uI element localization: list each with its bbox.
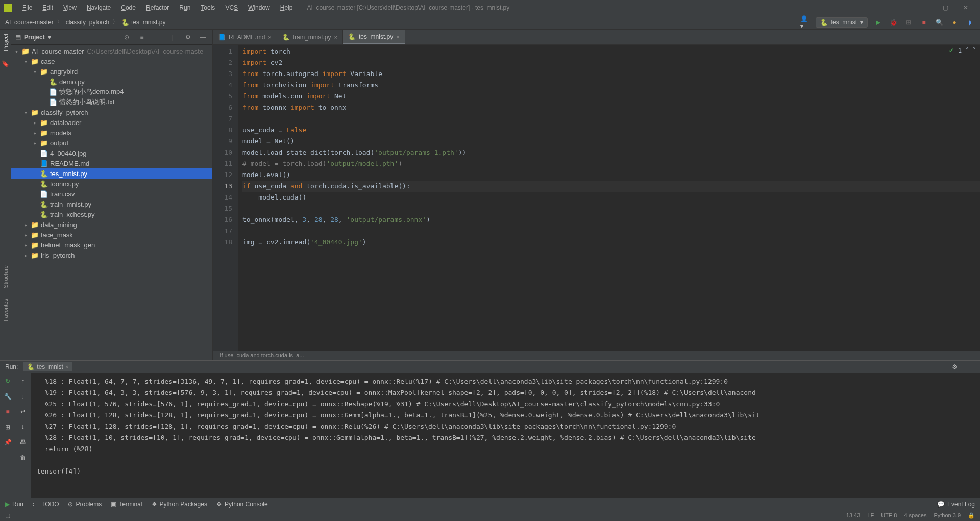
tree-row[interactable]: ▾📁angrybird — [11, 66, 212, 77]
breadcrumb-item-file[interactable]: 🐍tes_mnist.py — [121, 19, 165, 26]
menu-run[interactable]: Run — [175, 2, 194, 13]
close-button[interactable]: ✕ — [960, 4, 972, 11]
collapse-all-icon[interactable]: ≣ — [152, 32, 162, 42]
bottom-todo[interactable]: ≔TODO — [33, 501, 59, 508]
menu-navigate[interactable]: Navigate — [83, 2, 115, 13]
tree-row[interactable]: 🐍toonnx.py — [11, 179, 212, 189]
tree-row[interactable]: ▸📁face_mask — [11, 230, 212, 240]
tree-row[interactable]: ▸📁dataloader — [11, 117, 212, 128]
menu-view[interactable]: View — [59, 2, 81, 13]
chevron-up-icon[interactable]: ˄ — [966, 47, 969, 54]
close-tab-icon[interactable]: × — [65, 364, 68, 370]
tree-row[interactable]: 📘README.md — [11, 158, 212, 168]
status-menu-icon[interactable]: ▢ — [5, 512, 10, 519]
chevron-down-icon[interactable]: ▾ — [48, 34, 51, 41]
update-icon[interactable]: ● — [949, 17, 960, 28]
close-tab-icon[interactable]: × — [396, 34, 399, 40]
breadcrumb-item-root[interactable]: AI_course-master — [5, 19, 54, 26]
breadcrumb-item-folder[interactable]: classify_pytorch — [66, 19, 109, 26]
project-panel-title[interactable]: Project — [24, 34, 45, 41]
rail-favorites[interactable]: Favorites — [3, 299, 9, 321]
status-encoding[interactable]: UTF-8 — [881, 512, 897, 519]
bottom-run[interactable]: ▶Run — [5, 501, 23, 508]
tree-row[interactable]: 📄train.csv — [11, 189, 212, 199]
layout-icon[interactable]: ⊞ — [3, 422, 13, 432]
tree-row[interactable]: ▸📁models — [11, 128, 212, 138]
line-number-gutter[interactable]: 123456789101112131415161718 — [213, 45, 238, 360]
tree-row[interactable]: ▸📁iris_pytorch — [11, 250, 212, 260]
sync-icon[interactable]: ◗ — [965, 17, 975, 28]
up-icon[interactable]: ↑ — [18, 376, 28, 386]
run-configuration-selector[interactable]: 🐍 tes_mnist ▾ — [816, 17, 868, 28]
tree-row[interactable]: ▸📁output — [11, 138, 212, 148]
scroll-icon[interactable]: ⤓ — [18, 422, 28, 432]
locate-icon[interactable]: ⊙ — [121, 32, 132, 42]
hide-panel-icon[interactable]: ― — [198, 32, 208, 42]
menu-file[interactable]: File — [18, 2, 36, 13]
tree-row[interactable]: 🐍demo.py — [11, 77, 212, 87]
expand-all-icon[interactable]: ≡ — [137, 32, 147, 42]
editor-tab[interactable]: 📘README.md× — [213, 30, 277, 44]
run-button[interactable]: ▶ — [873, 17, 883, 28]
coverage-button[interactable]: ⊞ — [903, 17, 914, 28]
bottom-python-packages[interactable]: ❖Python Packages — [152, 501, 207, 508]
tree-row[interactable]: ▸📁data_mining — [11, 219, 212, 230]
lock-icon[interactable]: 🔒 — [968, 512, 975, 519]
console-output[interactable]: %18 : Float(1, 64, 7, 7, strides=[3136, … — [31, 373, 980, 498]
status-indent[interactable]: 4 spaces — [904, 512, 926, 519]
code-breadcrumb[interactable]: if use_cuda and torch.cuda.is_a... — [213, 351, 980, 360]
hide-panel-icon[interactable]: ― — [965, 362, 975, 372]
search-icon[interactable]: 🔍 — [934, 17, 944, 28]
menu-window[interactable]: Window — [244, 2, 274, 13]
menu-help[interactable]: Help — [276, 2, 297, 13]
debug-button[interactable]: 🐞 — [888, 17, 898, 28]
project-tree[interactable]: ▾📁AI_course-master C:\Users\dell\Desktop… — [11, 45, 212, 360]
bottom-terminal[interactable]: ▣Terminal — [111, 501, 142, 508]
add-user-icon[interactable]: 👤▾ — [800, 17, 811, 28]
tree-row[interactable]: ▾📁classify_pytorch — [11, 107, 212, 117]
bottom-problems[interactable]: ⊘Problems — [68, 501, 102, 508]
bottom-python-console[interactable]: ❖Python Console — [216, 501, 268, 508]
editor-body[interactable]: 123456789101112131415161718 import torch… — [213, 45, 980, 360]
status-line-sep[interactable]: LF — [867, 512, 874, 519]
print-icon[interactable]: 🖶 — [18, 437, 28, 448]
trash-icon[interactable]: 🗑 — [18, 453, 28, 463]
tree-row[interactable]: 📄4_00440.jpg — [11, 148, 212, 158]
rerun-icon[interactable]: ↻ — [3, 376, 13, 386]
gear-icon[interactable]: ⚙ — [949, 362, 960, 372]
editor-tab[interactable]: 🐍tes_mnist.py× — [343, 30, 405, 44]
close-tab-icon[interactable]: × — [334, 34, 337, 40]
tree-row[interactable]: ▸📁helmet_mask_gen — [11, 240, 212, 250]
menu-tools[interactable]: Tools — [197, 2, 219, 13]
minimize-button[interactable]: ― — [919, 4, 931, 11]
tree-row[interactable]: 📄愤怒的小鸟demo.mp4 — [11, 87, 212, 97]
tree-row[interactable]: 📄愤怒的小鸟说明.txt — [11, 97, 212, 107]
editor-tab[interactable]: 🐍train_mnist.py× — [277, 30, 343, 44]
rail-project[interactable]: Project — [3, 34, 9, 51]
stop-icon[interactable]: ■ — [3, 407, 13, 417]
bookmark-icon[interactable]: 🔖 — [2, 60, 9, 67]
tree-row[interactable]: 🐍train_mnist.py — [11, 199, 212, 209]
close-tab-icon[interactable]: × — [268, 34, 271, 40]
chevron-down-icon[interactable]: ˅ — [973, 47, 976, 54]
status-interpreter[interactable]: Python 3.9 — [934, 512, 961, 519]
maximize-button[interactable]: ▢ — [939, 4, 951, 11]
menu-edit[interactable]: Edit — [38, 2, 57, 13]
down-icon[interactable]: ↓ — [18, 391, 28, 402]
tree-row[interactable]: ▾📁AI_course-master C:\Users\dell\Desktop… — [11, 46, 212, 56]
event-log[interactable]: 💬Event Log — [937, 501, 975, 508]
inspection-status[interactable]: ✔ 1 ˄ ˅ — [949, 47, 976, 54]
wrench-icon[interactable]: 🔧 — [3, 391, 13, 402]
tree-row[interactable]: 🐍train_xchest.py — [11, 209, 212, 219]
menu-code[interactable]: Code — [117, 2, 140, 13]
stop-button[interactable]: ■ — [919, 17, 929, 28]
gear-icon[interactable]: ⚙ — [183, 32, 193, 42]
code-area[interactable]: import torchimport cv2from torch.autogra… — [238, 45, 980, 360]
menu-vcs[interactable]: VCS — [221, 2, 242, 13]
tree-row[interactable]: 🐍tes_mnist.py — [11, 168, 212, 179]
rail-structure[interactable]: Structure — [3, 265, 9, 288]
menu-refactor[interactable]: Refactor — [142, 2, 173, 13]
pin-icon[interactable]: 📌 — [3, 437, 13, 448]
tree-row[interactable]: ▾📁case — [11, 56, 212, 66]
wrap-icon[interactable]: ↵ — [18, 407, 28, 417]
